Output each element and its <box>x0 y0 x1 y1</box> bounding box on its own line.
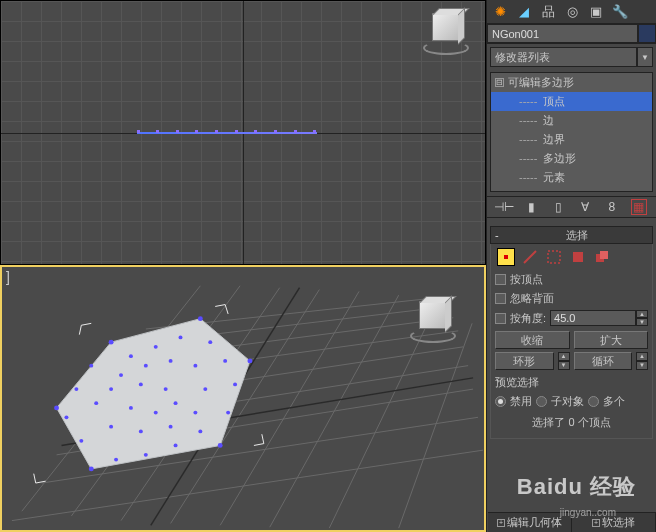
svg-point-52 <box>139 383 143 387</box>
ignore-backfacing-checkbox[interactable] <box>495 293 506 304</box>
svg-line-16 <box>12 450 483 520</box>
by-angle-checkbox[interactable] <box>495 313 506 324</box>
svg-point-38 <box>64 415 68 419</box>
panel-tabs: ✺ ◢ 品 ◎ ▣ 🔧 <box>487 0 656 24</box>
svg-point-37 <box>79 439 83 443</box>
stack-item-vertex[interactable]: -----顶点 <box>491 92 652 111</box>
viewcube[interactable] <box>425 9 467 51</box>
viewcube[interactable] <box>412 297 454 339</box>
border-mode-icon[interactable] <box>545 248 563 266</box>
preview-selection-label: 预览选择 <box>495 373 648 392</box>
svg-line-7 <box>399 323 472 528</box>
stack-item-element[interactable]: -----元素 <box>491 168 652 187</box>
utilities-tab-icon[interactable]: 🔧 <box>611 3 629 21</box>
svg-point-25 <box>54 406 59 411</box>
svg-point-50 <box>94 401 98 405</box>
svg-point-48 <box>139 429 143 433</box>
stack-tools: ⊣⊢ ▮ ▯ ∀ 8 ▦ <box>487 196 656 218</box>
shrink-button[interactable]: 收缩 <box>495 331 570 349</box>
stack-item-border[interactable]: -----边界 <box>491 130 652 149</box>
vertex-mode-icon[interactable] <box>497 248 515 266</box>
watermark-url: jingyan..com <box>560 507 616 518</box>
spinner-up-icon[interactable]: ▲ <box>636 310 648 318</box>
svg-rect-59 <box>573 252 583 262</box>
rollout-title: 选择 <box>505 228 648 243</box>
preview-subobj-radio[interactable] <box>536 396 547 407</box>
svg-point-41 <box>119 373 123 377</box>
element-mode-icon[interactable] <box>593 248 611 266</box>
edge-mode-icon[interactable] <box>521 248 539 266</box>
svg-point-27 <box>154 345 158 349</box>
show-end-result-icon[interactable]: ▮ <box>523 199 539 215</box>
svg-point-49 <box>109 425 113 429</box>
selection-status: 选择了 0 个顶点 <box>495 411 648 434</box>
svg-point-31 <box>233 383 237 387</box>
object-color-swatch[interactable] <box>638 24 656 43</box>
display-tab-icon[interactable]: ▣ <box>587 3 605 21</box>
svg-point-29 <box>208 340 212 344</box>
ignore-backfacing-label: 忽略背面 <box>510 291 554 306</box>
spinner-down-icon[interactable]: ▼ <box>636 318 648 326</box>
svg-point-20 <box>109 340 114 345</box>
svg-point-44 <box>193 364 197 368</box>
grow-button[interactable]: 扩大 <box>574 331 649 349</box>
svg-point-55 <box>154 411 158 415</box>
svg-point-40 <box>89 364 93 368</box>
viewport-top[interactable] <box>0 0 486 265</box>
stack-options-icon[interactable]: ▦ <box>631 199 647 215</box>
create-tab-icon[interactable]: ✺ <box>491 3 509 21</box>
svg-point-28 <box>179 336 183 340</box>
ngon-vertices-top[interactable] <box>137 130 317 136</box>
svg-point-43 <box>169 359 173 363</box>
preview-multi-radio[interactable] <box>588 396 599 407</box>
svg-point-33 <box>198 429 202 433</box>
stack-item-polygon[interactable]: -----多边形 <box>491 149 652 168</box>
svg-point-22 <box>247 359 252 364</box>
viewports: ] <box>0 0 486 532</box>
by-vertex-checkbox[interactable] <box>495 274 506 285</box>
svg-point-42 <box>144 364 148 368</box>
command-panel: ✺ ◢ 品 ◎ ▣ 🔧 修改器列表 ▼ ⊟可编辑多边形 -----顶点 ----… <box>486 0 656 532</box>
configure-sets-icon[interactable]: 8 <box>604 199 620 215</box>
angle-spinner[interactable] <box>550 310 636 326</box>
modify-tab-icon[interactable]: ◢ <box>515 3 533 21</box>
make-unique-icon[interactable]: ▯ <box>550 199 566 215</box>
chevron-down-icon[interactable]: ▼ <box>637 47 653 67</box>
svg-point-53 <box>164 387 168 391</box>
object-name-field[interactable] <box>487 24 638 43</box>
stack-header-label: 可编辑多边形 <box>508 75 574 90</box>
stack-item-edge[interactable]: -----边 <box>491 111 652 130</box>
svg-point-24 <box>89 467 94 472</box>
modifier-list-dropdown[interactable]: 修改器列表 <box>490 47 637 67</box>
svg-point-36 <box>114 458 118 462</box>
svg-point-26 <box>129 354 133 358</box>
hierarchy-tab-icon[interactable]: 品 <box>539 3 557 21</box>
svg-rect-58 <box>548 251 560 263</box>
selection-rollout: - 选择 按顶点 忽略背面 <box>490 226 653 439</box>
by-vertex-label: 按顶点 <box>510 272 543 287</box>
preview-subobj-label: 子对象 <box>551 394 584 409</box>
loop-button[interactable]: 循环 <box>574 352 633 370</box>
preview-disable-radio[interactable] <box>495 396 506 407</box>
motion-tab-icon[interactable]: ◎ <box>563 3 581 21</box>
svg-point-23 <box>218 443 223 448</box>
ring-button[interactable]: 环形 <box>495 352 554 370</box>
svg-point-46 <box>193 411 197 415</box>
pin-stack-icon[interactable]: ⊣⊢ <box>496 199 512 215</box>
modifier-stack[interactable]: ⊟可编辑多边形 -----顶点 -----边 -----边界 -----多边形 … <box>490 72 653 192</box>
remove-modifier-icon[interactable]: ∀ <box>577 199 593 215</box>
svg-point-47 <box>169 425 173 429</box>
watermark-brand: Baidu 经验 <box>517 472 636 502</box>
rollout-header[interactable]: - 选择 <box>490 226 653 244</box>
svg-point-45 <box>203 387 207 391</box>
svg-point-30 <box>223 359 227 363</box>
svg-point-56 <box>129 406 133 410</box>
svg-point-51 <box>109 387 113 391</box>
svg-rect-61 <box>600 251 608 259</box>
preview-disable-label: 禁用 <box>510 394 532 409</box>
viewport-perspective[interactable]: ] <box>0 265 486 532</box>
by-angle-label: 按角度: <box>510 311 546 326</box>
svg-line-57 <box>524 251 536 263</box>
polygon-mode-icon[interactable] <box>569 248 587 266</box>
stack-header[interactable]: ⊟可编辑多边形 <box>491 73 652 92</box>
